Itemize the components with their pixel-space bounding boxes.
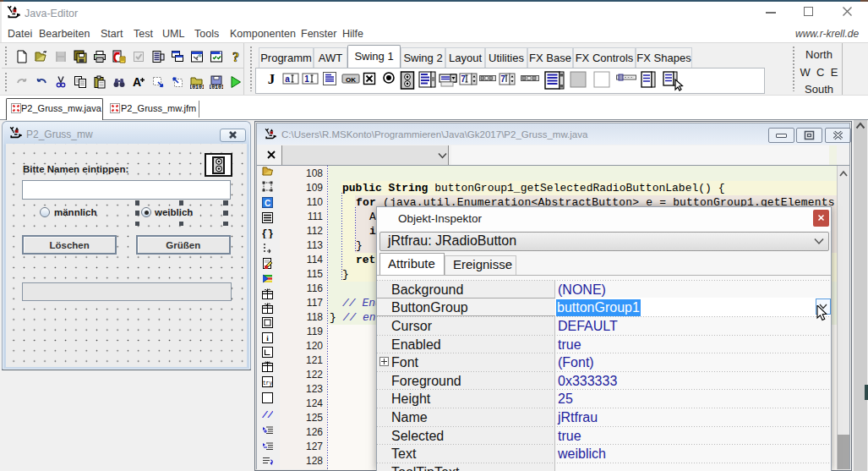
svg-text:10101: 10101: [210, 85, 223, 90]
svg-text:A: A: [133, 75, 141, 89]
svg-text:a: a: [285, 74, 290, 84]
svg-text:J: J: [268, 71, 276, 86]
svg-text:?: ?: [232, 50, 239, 63]
svg-text:{}: {}: [262, 228, 273, 238]
svg-text:10101: 10101: [190, 85, 204, 90]
svg-text:7: 7: [500, 74, 505, 84]
svg-text:OK: OK: [346, 76, 356, 84]
svg-text:try: try: [263, 381, 273, 386]
svg-text:C: C: [265, 199, 270, 208]
svg-text:1: 1: [304, 74, 309, 84]
svg-text://: //: [262, 410, 273, 420]
svg-text:7: 7: [461, 74, 466, 84]
